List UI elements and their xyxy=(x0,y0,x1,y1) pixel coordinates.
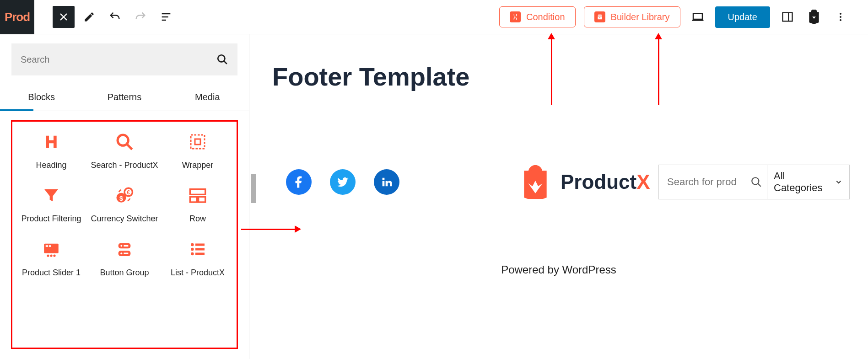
linkedin-button[interactable] xyxy=(374,169,399,195)
productx-logo: ProductX xyxy=(518,165,650,199)
powered-by-text: Powered by WordPress xyxy=(268,263,850,276)
condition-icon xyxy=(510,11,521,22)
svg-point-3 xyxy=(840,16,841,18)
block-product-slider[interactable]: Product Slider 1 xyxy=(17,238,86,278)
block-inserter-panel: Blocks Patterns Media Heading Search - P… xyxy=(0,34,249,359)
svg-rect-9 xyxy=(191,135,205,149)
social-icons xyxy=(286,169,399,195)
svg-point-36 xyxy=(752,177,759,184)
heading-icon xyxy=(40,131,62,153)
inserter-tabs: Blocks Patterns Media xyxy=(0,85,249,111)
page-title: Footer Template xyxy=(272,62,850,91)
linkedin-icon xyxy=(380,176,393,188)
builder-library-button[interactable]: Builder Library xyxy=(584,6,680,27)
svg-rect-15 xyxy=(190,189,205,195)
condition-label: Condition xyxy=(526,12,565,22)
tab-patterns[interactable]: Patterns xyxy=(83,85,166,111)
close-icon xyxy=(58,11,69,22)
block-search-productx[interactable]: Search - ProductX xyxy=(90,131,159,171)
undo-icon xyxy=(108,11,121,23)
edit-tool-button[interactable] xyxy=(78,6,100,28)
product-search-input[interactable] xyxy=(659,165,746,199)
bag-icon xyxy=(807,10,821,24)
slider-icon xyxy=(40,238,62,260)
block-heading[interactable]: Heading xyxy=(17,131,86,171)
listview-icon xyxy=(160,11,173,23)
svg-line-8 xyxy=(127,144,132,150)
svg-point-32 xyxy=(191,247,194,251)
svg-rect-0 xyxy=(783,13,793,21)
wp-logo[interactable]: Prod xyxy=(0,0,34,34)
block-list-productx[interactable]: List - ProductX xyxy=(163,238,232,278)
svg-rect-17 xyxy=(199,197,205,203)
update-button[interactable]: Update xyxy=(715,6,771,28)
buttongroup-icon xyxy=(113,238,135,260)
svg-rect-35 xyxy=(195,252,205,255)
svg-point-28 xyxy=(120,252,122,254)
category-select[interactable]: All Categories xyxy=(767,165,849,199)
redo-icon xyxy=(134,11,147,23)
search-input[interactable] xyxy=(21,54,216,65)
undo-button[interactable] xyxy=(104,6,126,28)
list-icon xyxy=(187,238,209,260)
svg-rect-31 xyxy=(195,243,205,246)
condition-button[interactable]: Condition xyxy=(499,6,576,27)
annotation-arrowhead-1 xyxy=(295,225,301,233)
close-inserter-button[interactable] xyxy=(53,6,75,28)
svg-rect-16 xyxy=(190,197,197,203)
block-button-group[interactable]: Button Group xyxy=(90,238,159,278)
svg-rect-27 xyxy=(124,245,128,246)
block-currency-switcher[interactable]: $€ Currency Switcher xyxy=(90,184,159,224)
top-toolbar: Prod Condition Builder Library xyxy=(0,0,868,34)
svg-point-7 xyxy=(118,135,128,145)
svg-point-34 xyxy=(191,252,194,255)
annotation-arrowhead-3 xyxy=(655,33,662,39)
svg-text:€: € xyxy=(127,190,130,196)
wrapper-icon xyxy=(187,131,209,153)
productx-mark-icon xyxy=(518,165,552,199)
facebook-button[interactable] xyxy=(286,169,312,195)
kebab-icon xyxy=(835,11,846,22)
svg-line-37 xyxy=(758,183,761,187)
settings-panel-button[interactable] xyxy=(778,8,797,26)
svg-rect-18 xyxy=(44,244,59,253)
library-label: Builder Library xyxy=(611,12,670,22)
block-search-field[interactable] xyxy=(11,43,237,75)
annotation-arrow-2 xyxy=(551,38,552,105)
svg-line-6 xyxy=(224,61,227,64)
svg-point-19 xyxy=(47,254,49,257)
device-preview-button[interactable] xyxy=(689,8,707,26)
annotation-arrowhead-2 xyxy=(548,33,555,39)
svg-point-4 xyxy=(840,19,841,21)
currency-icon: $€ xyxy=(113,184,135,206)
svg-rect-23 xyxy=(49,245,51,247)
row-icon xyxy=(187,184,209,206)
editor-canvas[interactable]: Footer Template ProductX xyxy=(249,34,868,359)
svg-rect-10 xyxy=(195,139,200,145)
tab-blocks[interactable]: Blocks xyxy=(0,85,83,111)
svg-point-5 xyxy=(218,55,225,62)
scrollbar[interactable] xyxy=(239,165,246,359)
annotation-arrow-1 xyxy=(241,229,296,230)
svg-point-26 xyxy=(120,245,122,246)
svg-rect-22 xyxy=(46,245,48,247)
more-options-button[interactable] xyxy=(831,8,850,26)
library-icon xyxy=(594,11,605,22)
listview-button[interactable] xyxy=(155,6,177,28)
laptop-icon xyxy=(691,10,705,24)
redo-button[interactable] xyxy=(129,6,151,28)
twitter-button[interactable] xyxy=(330,169,356,195)
svg-rect-33 xyxy=(195,248,205,250)
block-wrapper[interactable]: Wrapper xyxy=(163,131,232,171)
tab-media[interactable]: Media xyxy=(166,85,249,111)
svg-point-21 xyxy=(53,254,55,257)
product-search-icon[interactable] xyxy=(746,176,767,188)
filter-icon xyxy=(40,184,62,206)
block-row[interactable]: Row xyxy=(163,184,232,224)
search-icon xyxy=(216,54,228,65)
block-product-filtering[interactable]: Product Filtering xyxy=(17,184,86,224)
annotation-arrow-3 xyxy=(658,38,659,105)
pencil-icon xyxy=(83,11,95,23)
svg-rect-29 xyxy=(124,252,128,254)
productx-button[interactable] xyxy=(805,8,823,26)
